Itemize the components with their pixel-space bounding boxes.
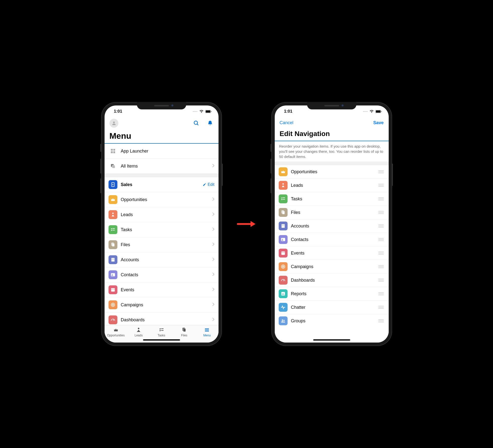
pulse-icon <box>279 303 288 312</box>
battery-icon <box>375 110 382 113</box>
drag-handle-icon[interactable] <box>377 305 385 310</box>
sales-icon <box>109 180 117 189</box>
status-time: 1:01 <box>114 109 122 114</box>
home-indicator[interactable] <box>143 339 180 341</box>
row-label: Reports <box>291 291 374 296</box>
row-label: Accounts <box>121 257 209 262</box>
pencil-icon <box>203 183 206 186</box>
svg-point-13 <box>112 152 113 153</box>
save-button[interactable]: Save <box>373 120 383 125</box>
edit-row-opportunities[interactable]: Opportunities <box>275 165 389 179</box>
drag-handle-icon[interactable] <box>377 237 385 242</box>
phone-right: 1:01 Cancel Save Edit Navigation Reorder… <box>271 102 392 346</box>
cancel-button[interactable]: Cancel <box>280 120 293 125</box>
svg-point-12 <box>111 152 112 153</box>
row-label: Campaigns <box>121 302 209 308</box>
drag-handle-icon[interactable] <box>377 318 385 323</box>
battery-icon <box>205 110 212 113</box>
row-label: Opportunities <box>291 169 374 174</box>
edit-row-tasks[interactable]: Tasks <box>275 192 389 206</box>
svg-point-67 <box>282 320 283 321</box>
tab-tasks[interactable]: Tasks <box>150 327 173 337</box>
svg-rect-2 <box>211 111 212 112</box>
svg-rect-23 <box>112 258 112 259</box>
chevron-right-icon <box>212 227 215 232</box>
chevron-right-icon <box>212 272 215 277</box>
row-events[interactable]: Events <box>105 282 219 297</box>
row-label: Contacts <box>291 237 374 242</box>
svg-point-34 <box>113 305 113 305</box>
edit-row-contacts[interactable]: Contacts <box>275 233 389 246</box>
drag-handle-icon[interactable] <box>377 291 385 296</box>
edit-row-chatter[interactable]: Chatter <box>275 301 389 314</box>
svg-rect-39 <box>183 328 186 332</box>
row-tasks[interactable]: Tasks <box>105 222 219 237</box>
row-opportunities[interactable]: Opportunities <box>105 192 219 207</box>
svg-rect-46 <box>381 111 382 112</box>
menu-icon <box>204 327 210 333</box>
svg-rect-64 <box>282 294 282 295</box>
svg-point-56 <box>282 239 283 240</box>
avatar[interactable] <box>110 119 118 128</box>
edit-row-files[interactable]: Files <box>275 206 389 219</box>
drag-handle-icon[interactable] <box>377 210 385 215</box>
tab-opportunities[interactable]: Opportunities <box>105 327 127 337</box>
notch <box>307 102 356 109</box>
svg-point-61 <box>283 266 283 267</box>
svg-rect-58 <box>281 252 285 253</box>
svg-rect-51 <box>282 225 283 225</box>
svg-point-47 <box>282 183 284 185</box>
svg-rect-24 <box>113 258 114 259</box>
contact-icon <box>279 235 288 244</box>
svg-rect-45 <box>376 110 381 113</box>
edit-row-reports[interactable]: Reports <box>275 287 389 301</box>
svg-rect-54 <box>283 226 284 226</box>
edit-button[interactable]: Edit <box>203 182 215 187</box>
svg-point-68 <box>283 320 285 321</box>
drag-handle-icon[interactable] <box>377 169 385 174</box>
drag-handle-icon[interactable] <box>377 196 385 201</box>
row-label: Groups <box>291 318 374 324</box>
svg-rect-21 <box>112 243 114 247</box>
phone-left: 1:01 Menu <box>101 102 222 346</box>
tab-files[interactable]: Files <box>173 327 196 337</box>
row-label: Chatter <box>291 305 374 310</box>
row-all-items[interactable]: All Items <box>105 159 219 174</box>
drag-handle-icon[interactable] <box>377 183 385 188</box>
svg-point-37 <box>138 328 139 329</box>
row-accounts[interactable]: Accounts <box>105 252 219 267</box>
edit-row-events[interactable]: Events <box>275 246 389 260</box>
svg-rect-22 <box>111 258 114 262</box>
row-sales[interactable]: Sales Edit <box>105 177 219 192</box>
row-files[interactable]: Files <box>105 237 219 252</box>
svg-rect-49 <box>282 211 285 214</box>
row-dashboards[interactable]: Dashboards <box>105 312 219 325</box>
stack-icon <box>109 162 117 171</box>
bell-icon[interactable] <box>207 120 214 127</box>
section-gap <box>275 162 389 165</box>
edit-row-leads[interactable]: Leads <box>275 179 389 192</box>
search-icon[interactable] <box>193 120 200 127</box>
svg-point-6 <box>111 149 112 150</box>
drag-handle-icon[interactable] <box>377 278 385 283</box>
edit-row-groups[interactable]: Groups <box>275 314 389 327</box>
row-leads[interactable]: Leads <box>105 207 219 222</box>
tab-menu[interactable]: Menu <box>196 327 218 337</box>
row-app-launcher[interactable]: App Launcher <box>105 144 219 159</box>
edit-row-dashboards[interactable]: Dashboards <box>275 274 389 287</box>
home-indicator[interactable] <box>313 339 350 341</box>
row-contacts[interactable]: Contacts <box>105 267 219 282</box>
drag-handle-icon[interactable] <box>377 251 385 256</box>
edit-row-campaigns[interactable]: Campaigns <box>275 260 389 274</box>
edit-row-accounts[interactable]: Accounts <box>275 219 389 233</box>
row-campaigns[interactable]: Campaigns <box>105 297 219 312</box>
row-label: Sales <box>121 182 199 187</box>
row-label: Tasks <box>291 196 374 202</box>
tab-leads[interactable]: Leads <box>127 327 150 337</box>
drag-handle-icon[interactable] <box>377 264 385 269</box>
svg-rect-53 <box>282 226 283 226</box>
row-label: Events <box>291 251 374 256</box>
row-label: Files <box>291 210 374 215</box>
drag-handle-icon[interactable] <box>377 224 385 228</box>
row-label: Dashboards <box>121 317 209 323</box>
